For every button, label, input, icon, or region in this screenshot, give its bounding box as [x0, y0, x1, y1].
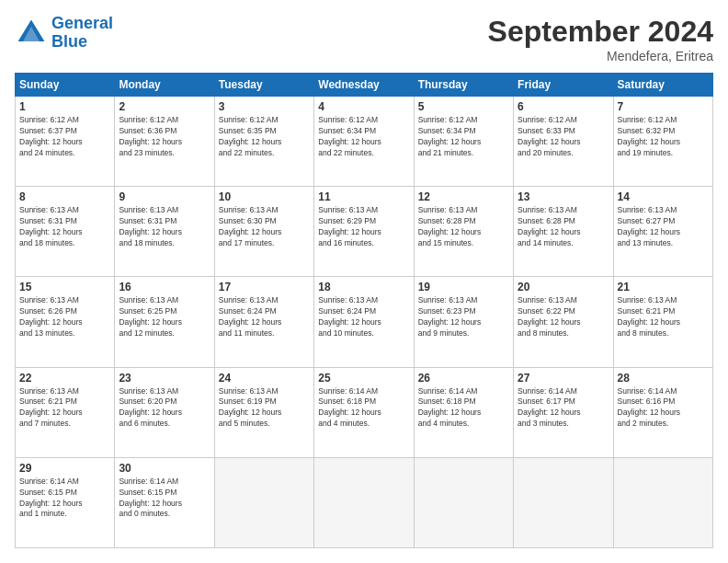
- cell-info: Sunrise: 6:13 AM Sunset: 6:31 PM Dayligh…: [119, 205, 210, 249]
- calendar-cell: 4Sunrise: 6:12 AM Sunset: 6:34 PM Daylig…: [314, 97, 414, 187]
- calendar-cell: 13Sunrise: 6:13 AM Sunset: 6:28 PM Dayli…: [514, 187, 613, 277]
- day-number: 13: [518, 190, 609, 203]
- cell-info: Sunrise: 6:14 AM Sunset: 6:17 PM Dayligh…: [518, 386, 609, 431]
- cell-info: Sunrise: 6:14 AM Sunset: 6:15 PM Dayligh…: [19, 477, 110, 521]
- calendar-cell: 8Sunrise: 6:13 AM Sunset: 6:31 PM Daylig…: [16, 187, 115, 277]
- day-number: 5: [418, 100, 509, 113]
- cell-info: Sunrise: 6:13 AM Sunset: 6:24 PM Dayligh…: [318, 295, 409, 339]
- calendar-cell: 11Sunrise: 6:13 AM Sunset: 6:29 PM Dayli…: [314, 187, 414, 277]
- calendar-cell: [314, 457, 414, 547]
- day-number: 16: [119, 281, 210, 293]
- day-number: 22: [19, 372, 110, 385]
- page: General Blue September 2024 Mendefera, E…: [0, 0, 728, 563]
- cell-info: Sunrise: 6:13 AM Sunset: 6:25 PM Dayligh…: [119, 295, 210, 339]
- day-number: 9: [119, 190, 210, 203]
- cell-info: Sunrise: 6:13 AM Sunset: 6:28 PM Dayligh…: [518, 205, 609, 249]
- calendar-cell: 22Sunrise: 6:13 AM Sunset: 6:21 PM Dayli…: [16, 367, 115, 457]
- calendar-cell: 3Sunrise: 6:12 AM Sunset: 6:35 PM Daylig…: [214, 97, 313, 187]
- day-number: 25: [318, 372, 409, 385]
- day-number: 15: [19, 281, 110, 293]
- calendar-cell: 7Sunrise: 6:12 AM Sunset: 6:32 PM Daylig…: [613, 97, 712, 187]
- week-row-1: 1Sunrise: 6:12 AM Sunset: 6:37 PM Daylig…: [16, 97, 713, 187]
- cell-info: Sunrise: 6:14 AM Sunset: 6:18 PM Dayligh…: [418, 386, 509, 431]
- calendar-cell: 29Sunrise: 6:14 AM Sunset: 6:15 PM Dayli…: [16, 457, 115, 547]
- calendar-cell: 24Sunrise: 6:13 AM Sunset: 6:19 PM Dayli…: [214, 367, 313, 457]
- cell-info: Sunrise: 6:12 AM Sunset: 6:33 PM Dayligh…: [518, 115, 609, 159]
- day-number: 12: [418, 190, 509, 203]
- cell-info: Sunrise: 6:13 AM Sunset: 6:23 PM Dayligh…: [418, 295, 509, 339]
- cell-info: Sunrise: 6:14 AM Sunset: 6:18 PM Dayligh…: [318, 386, 409, 431]
- cell-info: Sunrise: 6:13 AM Sunset: 6:29 PM Dayligh…: [318, 205, 409, 249]
- calendar-cell: [514, 457, 613, 547]
- cell-info: Sunrise: 6:13 AM Sunset: 6:30 PM Dayligh…: [219, 205, 310, 249]
- day-number: 26: [418, 372, 509, 385]
- logo: General Blue: [15, 15, 113, 52]
- calendar-cell: 21Sunrise: 6:13 AM Sunset: 6:21 PM Dayli…: [613, 277, 712, 367]
- day-header-thursday: Thursday: [414, 74, 513, 97]
- cell-info: Sunrise: 6:12 AM Sunset: 6:35 PM Dayligh…: [219, 115, 310, 159]
- subtitle: Mendefera, Eritrea: [488, 49, 713, 63]
- calendar-header-row: SundayMondayTuesdayWednesdayThursdayFrid…: [16, 74, 713, 97]
- cell-info: Sunrise: 6:13 AM Sunset: 6:21 PM Dayligh…: [618, 295, 709, 339]
- day-number: 18: [318, 281, 409, 293]
- cell-info: Sunrise: 6:13 AM Sunset: 6:28 PM Dayligh…: [418, 205, 509, 249]
- cell-info: Sunrise: 6:14 AM Sunset: 6:16 PM Dayligh…: [618, 386, 709, 431]
- cell-info: Sunrise: 6:13 AM Sunset: 6:19 PM Dayligh…: [219, 386, 310, 431]
- calendar-cell: 19Sunrise: 6:13 AM Sunset: 6:23 PM Dayli…: [414, 277, 513, 367]
- day-number: 1: [19, 100, 110, 113]
- day-number: 28: [618, 372, 709, 385]
- cell-info: Sunrise: 6:12 AM Sunset: 6:34 PM Dayligh…: [318, 115, 409, 159]
- calendar-cell: 15Sunrise: 6:13 AM Sunset: 6:26 PM Dayli…: [16, 277, 115, 367]
- calendar-cell: 25Sunrise: 6:14 AM Sunset: 6:18 PM Dayli…: [314, 367, 414, 457]
- day-number: 21: [618, 281, 709, 293]
- day-number: 14: [618, 190, 709, 203]
- cell-info: Sunrise: 6:13 AM Sunset: 6:31 PM Dayligh…: [19, 205, 110, 249]
- day-header-friday: Friday: [514, 74, 613, 97]
- calendar-cell: 17Sunrise: 6:13 AM Sunset: 6:24 PM Dayli…: [214, 277, 313, 367]
- day-header-saturday: Saturday: [613, 74, 712, 97]
- calendar-cell: 5Sunrise: 6:12 AM Sunset: 6:34 PM Daylig…: [414, 97, 513, 187]
- day-number: 4: [318, 100, 409, 113]
- day-header-tuesday: Tuesday: [214, 74, 313, 97]
- title-block: September 2024 Mendefera, Eritrea: [488, 15, 713, 63]
- cell-info: Sunrise: 6:13 AM Sunset: 6:27 PM Dayligh…: [618, 205, 709, 249]
- cell-info: Sunrise: 6:13 AM Sunset: 6:22 PM Dayligh…: [518, 295, 609, 339]
- logo-icon: [15, 17, 48, 50]
- calendar-cell: 23Sunrise: 6:13 AM Sunset: 6:20 PM Dayli…: [115, 367, 214, 457]
- calendar-cell: [613, 457, 712, 547]
- day-number: 23: [119, 372, 210, 385]
- cell-info: Sunrise: 6:12 AM Sunset: 6:32 PM Dayligh…: [618, 115, 709, 159]
- week-row-3: 15Sunrise: 6:13 AM Sunset: 6:26 PM Dayli…: [16, 277, 713, 367]
- cell-info: Sunrise: 6:12 AM Sunset: 6:34 PM Dayligh…: [418, 115, 509, 159]
- calendar-cell: 1Sunrise: 6:12 AM Sunset: 6:37 PM Daylig…: [16, 97, 115, 187]
- day-number: 6: [518, 100, 609, 113]
- cell-info: Sunrise: 6:13 AM Sunset: 6:20 PM Dayligh…: [119, 386, 210, 431]
- day-number: 24: [219, 372, 310, 385]
- cell-info: Sunrise: 6:12 AM Sunset: 6:36 PM Dayligh…: [119, 115, 210, 159]
- day-number: 17: [219, 281, 310, 293]
- week-row-4: 22Sunrise: 6:13 AM Sunset: 6:21 PM Dayli…: [16, 367, 713, 457]
- calendar-cell: 2Sunrise: 6:12 AM Sunset: 6:36 PM Daylig…: [115, 97, 214, 187]
- calendar-cell: 10Sunrise: 6:13 AM Sunset: 6:30 PM Dayli…: [214, 187, 313, 277]
- calendar-cell: [214, 457, 313, 547]
- calendar-cell: 26Sunrise: 6:14 AM Sunset: 6:18 PM Dayli…: [414, 367, 513, 457]
- cell-info: Sunrise: 6:12 AM Sunset: 6:37 PM Dayligh…: [19, 115, 110, 159]
- calendar-cell: 14Sunrise: 6:13 AM Sunset: 6:27 PM Dayli…: [613, 187, 712, 277]
- day-number: 29: [19, 462, 110, 475]
- day-number: 8: [19, 190, 110, 203]
- calendar-cell: [414, 457, 513, 547]
- cell-info: Sunrise: 6:13 AM Sunset: 6:26 PM Dayligh…: [19, 295, 110, 339]
- day-number: 27: [518, 372, 609, 385]
- calendar-cell: 12Sunrise: 6:13 AM Sunset: 6:28 PM Dayli…: [414, 187, 513, 277]
- day-number: 2: [119, 100, 210, 113]
- calendar-cell: 18Sunrise: 6:13 AM Sunset: 6:24 PM Dayli…: [314, 277, 414, 367]
- cell-info: Sunrise: 6:13 AM Sunset: 6:21 PM Dayligh…: [19, 386, 110, 431]
- calendar-cell: 16Sunrise: 6:13 AM Sunset: 6:25 PM Dayli…: [115, 277, 214, 367]
- calendar-table: SundayMondayTuesdayWednesdayThursdayFrid…: [15, 73, 713, 548]
- day-header-sunday: Sunday: [16, 74, 115, 97]
- week-row-5: 29Sunrise: 6:14 AM Sunset: 6:15 PM Dayli…: [16, 457, 713, 547]
- calendar-cell: 28Sunrise: 6:14 AM Sunset: 6:16 PM Dayli…: [613, 367, 712, 457]
- month-title: September 2024: [488, 15, 713, 49]
- calendar-cell: 20Sunrise: 6:13 AM Sunset: 6:22 PM Dayli…: [514, 277, 613, 367]
- day-number: 10: [219, 190, 310, 203]
